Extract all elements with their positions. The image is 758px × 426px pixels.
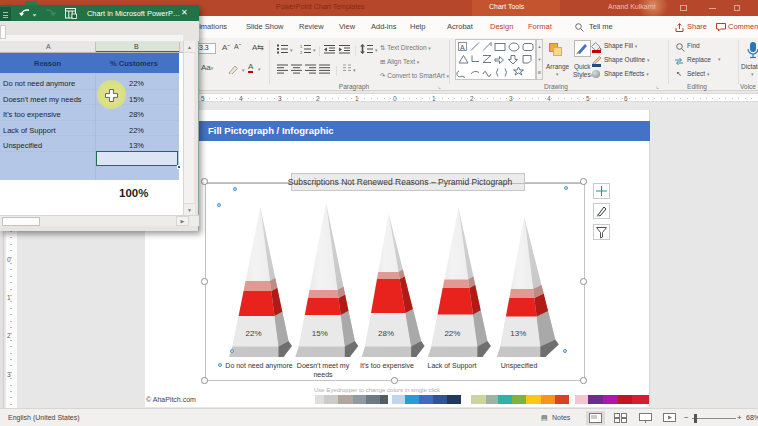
svg-text:22%: 22% [444,329,460,338]
svg-text:13%: 13% [510,329,526,338]
svg-text:15%: 15% [312,329,328,338]
svg-text:22%: 22% [245,329,261,338]
svg-text:28%: 28% [378,329,394,338]
